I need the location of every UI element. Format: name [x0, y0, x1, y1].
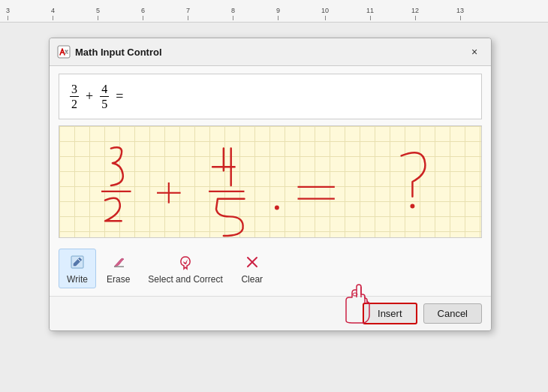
- ruler-mark-10: 10: [321, 8, 329, 20]
- erase-label: Erase: [107, 274, 130, 285]
- cancel-button[interactable]: Cancel: [423, 303, 482, 324]
- equals-operator: =: [116, 89, 123, 104]
- drawing-canvas[interactable]: [59, 125, 482, 238]
- clear-label: Clear: [241, 274, 263, 285]
- erase-icon: [109, 252, 128, 272]
- select-correct-label: Select and Correct: [148, 274, 222, 285]
- clear-icon: [242, 252, 262, 272]
- math-input-dialog: Math Input Control × 3 2 + 4 5 =: [49, 38, 492, 331]
- ruler-mark-13: 13: [456, 8, 464, 20]
- write-tool-button[interactable]: Write: [59, 249, 96, 288]
- plus-operator: +: [86, 89, 93, 104]
- dialog-titlebar: Math Input Control ×: [50, 38, 491, 66]
- select-correct-tool-button[interactable]: Select and Correct: [140, 249, 230, 288]
- ruler-mark-5: 5: [96, 8, 100, 20]
- action-buttons-row: Insert Cancel: [50, 297, 491, 330]
- dialog-background: Math Input Control × 3 2 + 4 5 =: [0, 23, 548, 392]
- ruler-mark-12: 12: [411, 8, 419, 20]
- ruler-mark-7: 7: [186, 8, 190, 20]
- math-input-icon: [57, 45, 71, 59]
- svg-point-5: [275, 206, 279, 210]
- toolbar: Write Erase: [50, 244, 491, 297]
- select-correct-icon: [176, 252, 195, 272]
- ruler-mark-8: 8: [231, 8, 235, 20]
- ruler-mark-9: 9: [276, 8, 280, 20]
- write-icon: [68, 252, 87, 272]
- insert-button[interactable]: Insert: [363, 303, 417, 324]
- ruler-mark-4: 4: [51, 8, 55, 20]
- formula-text: 3 2 + 4 5 =: [70, 82, 125, 111]
- ruler-mark-6: 6: [141, 8, 145, 20]
- erase-tool-button[interactable]: Erase: [99, 249, 137, 288]
- formula-preview-area: 3 2 + 4 5 =: [59, 74, 482, 119]
- write-label: Write: [67, 274, 88, 285]
- handwriting-display: [59, 126, 481, 237]
- clear-tool-button[interactable]: Clear: [233, 249, 271, 288]
- ruler-mark-3: 3: [6, 8, 10, 20]
- svg-point-8: [410, 204, 414, 209]
- fraction-3-2: 3 2: [70, 82, 79, 111]
- dialog-close-button[interactable]: ×: [465, 43, 483, 61]
- ruler-mark-11: 11: [366, 8, 374, 20]
- fraction-4-5: 4 5: [100, 82, 109, 111]
- dialog-title: Math Input Control: [75, 47, 465, 58]
- ruler: 3 4 5 6 7 8 9 10: [0, 0, 548, 23]
